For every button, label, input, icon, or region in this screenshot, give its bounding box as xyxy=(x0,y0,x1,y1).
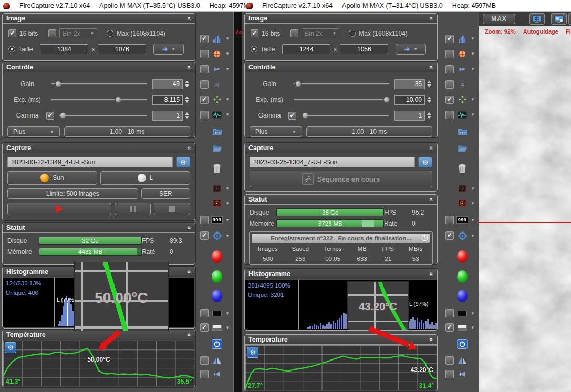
toolbar-item-planet-tracking[interactable]: ▼ xyxy=(443,48,480,60)
toolbar-item-seeing-monitor[interactable]: ▼ xyxy=(198,109,234,121)
bin-checkbox[interactable] xyxy=(48,29,56,37)
toolbar-item-red-ball[interactable]: ▼ xyxy=(198,250,234,263)
collapse-icon[interactable]: « xyxy=(428,66,435,69)
sun-profile-button[interactable]: Sun xyxy=(7,171,97,185)
stop-button[interactable] xyxy=(154,203,190,215)
toolbar-item-counter[interactable]: 999▼ xyxy=(443,214,480,226)
toolbar-item-histogram[interactable]: ▼ xyxy=(198,33,234,45)
toolbar-item-open-folder[interactable]: ▼ xyxy=(443,142,480,155)
toolbar-item-film-folder[interactable]: ▼ xyxy=(443,125,480,139)
histogram-checkbox[interactable] xyxy=(200,35,209,43)
gamma-spinner[interactable] xyxy=(185,112,189,119)
flip-vertical-checkbox[interactable] xyxy=(200,370,209,378)
toolbar-item-dark-frame[interactable]: ▼ xyxy=(198,308,234,319)
toolbar-item-flip-horizontal[interactable]: ▼ xyxy=(198,355,234,366)
gamma-spinner[interactable] xyxy=(427,112,431,119)
max-radio[interactable] xyxy=(349,30,356,37)
toolbar-item-planet-tracking[interactable]: ▼ xyxy=(198,48,234,60)
chevron-down-icon[interactable]: ▼ xyxy=(225,325,230,330)
chevron-down-icon[interactable]: ▼ xyxy=(225,311,230,316)
dark-frame-checkbox[interactable] xyxy=(200,309,209,317)
toolbar-item-flat-frame[interactable]: ▼ xyxy=(198,322,234,333)
flat-frame-checkbox[interactable] xyxy=(445,323,454,332)
flip-horizontal-checkbox[interactable] xyxy=(200,356,209,365)
gain-value[interactable]: 49 xyxy=(152,79,183,89)
collapse-icon[interactable]: « xyxy=(428,198,435,202)
collapse-icon[interactable]: « xyxy=(186,270,193,274)
exp-spinner[interactable] xyxy=(185,97,189,103)
exp-slider[interactable] xyxy=(294,96,389,103)
gain-slider[interactable] xyxy=(294,80,389,88)
toolbar-item-roi[interactable]: ▼ xyxy=(198,183,234,194)
limit-button[interactable]: Limite: 500 images xyxy=(7,188,138,199)
collapse-icon[interactable]: « xyxy=(186,226,193,230)
toolbar-item-flip-vertical[interactable]: ▼ xyxy=(198,369,234,379)
toolbar-item-power[interactable]: ▼ xyxy=(443,337,480,350)
pause-button[interactable] xyxy=(115,203,151,215)
exp-slider[interactable] xyxy=(51,96,147,103)
gamma-value[interactable]: 1 xyxy=(394,111,425,121)
toolbar-item-counter[interactable]: 999▼ xyxy=(198,214,234,226)
toolbar-item-flat-frame[interactable]: ▼ xyxy=(443,322,480,333)
plus-button[interactable]: Plus▼ xyxy=(250,126,302,137)
chevron-down-icon[interactable]: ▼ xyxy=(471,325,475,330)
slider-knob[interactable] xyxy=(115,97,121,103)
autoguide-target-checkbox[interactable] xyxy=(445,231,454,240)
toolbar-item-cut[interactable]: ✂▼ xyxy=(443,63,480,75)
slider-knob[interactable] xyxy=(302,112,308,119)
gamma-slider[interactable] xyxy=(302,112,389,119)
toolbar-item-jupiter[interactable]: ♃▼ xyxy=(443,78,480,90)
record-button[interactable] xyxy=(7,203,111,215)
exposure-range-button[interactable]: 1.00 - 10 ms xyxy=(306,126,432,137)
chevron-down-icon[interactable]: ▼ xyxy=(225,97,230,102)
chevron-down-icon[interactable]: ▼ xyxy=(471,234,475,238)
toolbar-item-power[interactable]: ▼ xyxy=(198,337,234,350)
alignment-checkbox[interactable] xyxy=(200,96,209,104)
gain-spinner[interactable] xyxy=(427,81,431,87)
max-button[interactable]: MAX xyxy=(483,14,515,24)
exp-spinner[interactable] xyxy=(427,97,431,103)
flip-vertical-checkbox[interactable] xyxy=(445,370,454,378)
exposure-range-button[interactable]: 1.00 - 10 ms xyxy=(64,126,190,137)
filename-field[interactable]: 2023-03-22-1349_4-U-L-Sun xyxy=(7,157,173,167)
toolbar-item-flip-horizontal[interactable]: ▼ xyxy=(443,355,480,366)
toolbar-item-open-folder[interactable]: ▼ xyxy=(198,142,234,155)
toolbar-item-blue-ball[interactable]: ▼ xyxy=(443,289,480,303)
seeing-monitor-checkbox[interactable] xyxy=(200,111,209,119)
luminance-button[interactable]: L xyxy=(100,171,190,185)
gamma-value[interactable]: 1 xyxy=(152,111,183,121)
gamma-checkbox[interactable] xyxy=(288,112,296,120)
bits-checkbox[interactable] xyxy=(251,29,258,37)
toolbar-item-roi[interactable]: ▼ xyxy=(443,183,480,194)
toolbar-item-alignment[interactable]: ▼ xyxy=(198,93,234,105)
gain-spinner[interactable] xyxy=(185,81,189,87)
alignment-checkbox[interactable] xyxy=(445,96,454,104)
flip-horizontal-checkbox[interactable] xyxy=(445,356,454,365)
collapse-icon[interactable]: « xyxy=(428,146,435,150)
apply-size-button[interactable]: ➜▼ xyxy=(153,44,184,55)
toolbar-item-red-reticle[interactable]: ▼ xyxy=(443,197,480,209)
camera-preview[interactable]: MAX xyxy=(479,12,571,392)
exp-value[interactable]: 8.115 xyxy=(152,95,183,105)
width-field[interactable]: 1384 xyxy=(40,44,88,54)
toolbar-item-cut[interactable]: ✂▼ xyxy=(198,63,234,75)
toolbar-item-trash[interactable]: ▼ xyxy=(198,161,234,176)
chevron-down-icon[interactable]: ▼ xyxy=(471,51,475,56)
max-radio[interactable] xyxy=(107,30,113,37)
chevron-down-icon[interactable]: ▼ xyxy=(225,201,230,206)
toolbar-item-autoguide-target[interactable]: ▼ xyxy=(198,230,234,241)
chevron-down-icon[interactable]: ▼ xyxy=(225,234,230,238)
cut-checkbox[interactable] xyxy=(445,65,454,73)
taille-radio[interactable] xyxy=(8,46,15,52)
toolbar-item-green-ball[interactable]: ▼ xyxy=(198,270,234,283)
height-field[interactable]: 1076 xyxy=(98,44,146,54)
clipped-button[interactable] xyxy=(568,13,571,25)
chevron-down-icon[interactable]: ▼ xyxy=(471,112,475,117)
chevron-down-icon[interactable]: ▼ xyxy=(471,311,475,316)
planet-tracking-checkbox[interactable] xyxy=(445,50,454,58)
collapse-icon[interactable]: « xyxy=(428,17,435,20)
histogram-checkbox[interactable] xyxy=(445,35,454,43)
bin-checkbox[interactable] xyxy=(290,29,298,37)
toolbar-item-red-reticle[interactable]: ▼ xyxy=(198,197,234,209)
seeing-monitor-checkbox[interactable] xyxy=(445,111,454,119)
